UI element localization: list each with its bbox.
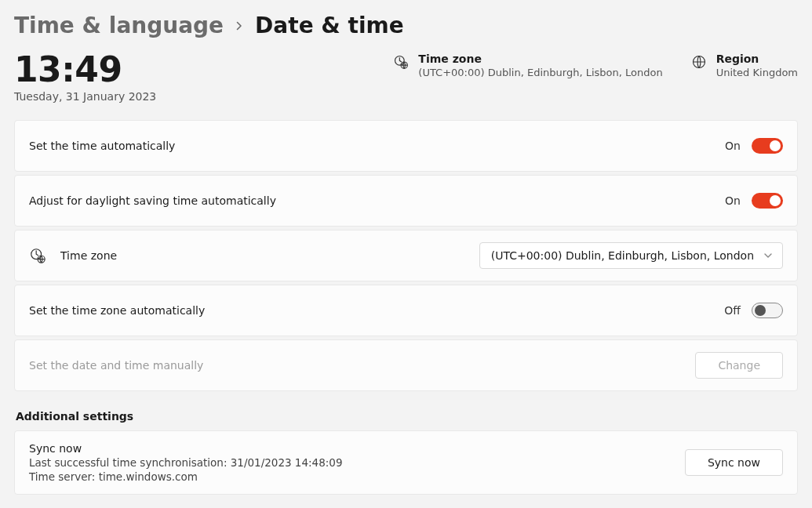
timezone-select-value: (UTC+00:00) Dublin, Edinburgh, Lisbon, L… [491,249,754,262]
toggle-state-text: Off [724,304,741,317]
row-dst-automatically: Adjust for daylight saving time automati… [14,175,798,227]
sync-now-button[interactable]: Sync now [685,449,783,476]
row-label: Set the date and time manually [29,359,203,372]
row-label: Adjust for daylight saving time automati… [29,194,276,207]
clock-globe-icon [393,54,409,70]
summary-row: 13:49 Tuesday, 31 January 2023 Time zone… [14,53,798,103]
page-title: Date & time [255,13,404,38]
chevron-right-icon [235,21,244,31]
sync-title: Sync now [29,442,342,455]
row-label: Time zone [60,249,117,262]
additional-settings-header: Additional settings [16,410,798,423]
dst-auto-toggle[interactable] [752,193,783,209]
row-set-timezone-automatically: Set the time zone automatically Off [14,285,798,336]
row-time-zone: Time zone (UTC+00:00) Dublin, Edinburgh,… [14,230,798,281]
row-sync-now: Sync now Last successful time synchronis… [14,430,798,495]
sync-server: Time server: time.windows.com [29,470,342,483]
timezone-summary-value: (UTC+00:00) Dublin, Edinburgh, Lisbon, L… [418,67,662,78]
row-set-time-automatically: Set the time automatically On [14,120,798,172]
row-label: Set the time automatically [29,140,175,152]
breadcrumb-parent[interactable]: Time & language [14,13,224,38]
toggle-state-text: On [725,194,741,207]
timezone-auto-toggle[interactable] [752,303,783,318]
region-summary-label: Region [716,53,798,65]
globe-icon [691,54,707,70]
current-time: 13:49 [14,53,156,87]
region-summary-value: United Kingdom [716,67,798,78]
chevron-down-icon [763,251,773,260]
row-set-manually: Set the date and time manually Change [14,339,798,391]
toggle-state-text: On [725,140,741,152]
current-date: Tuesday, 31 January 2023 [14,90,156,103]
sync-last: Last successful time synchronisation: 31… [29,456,342,469]
timezone-summary-label: Time zone [418,53,662,65]
clock-globe-icon [29,247,46,264]
timezone-select[interactable]: (UTC+00:00) Dublin, Edinburgh, Lisbon, L… [479,242,783,269]
row-label: Set the time zone automatically [29,304,205,317]
change-button[interactable]: Change [695,352,783,379]
timezone-summary: Time zone (UTC+00:00) Dublin, Edinburgh,… [393,53,662,78]
breadcrumb: Time & language Date & time [14,13,798,38]
region-summary: Region United Kingdom [691,53,798,78]
set-time-auto-toggle[interactable] [752,138,783,154]
